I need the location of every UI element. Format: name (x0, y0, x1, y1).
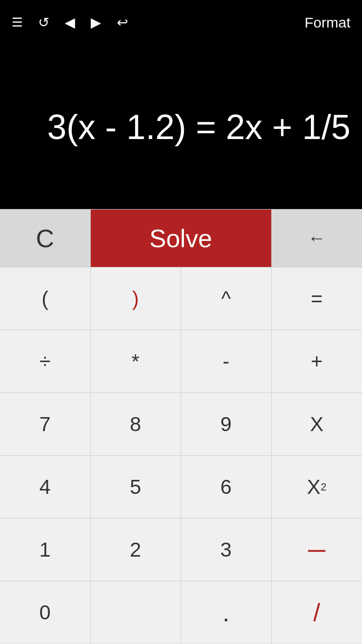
six-button[interactable]: 6 (181, 456, 272, 518)
toolbar: ☰ ↺ ◀ ▶ ↩ Format (0, 0, 362, 45)
eight-button[interactable]: 8 (91, 393, 181, 455)
backspace-button[interactable]: ← (272, 210, 362, 267)
row-789: 7 8 9 X (0, 392, 362, 455)
five-button[interactable]: 5 (91, 456, 181, 518)
row-0-dot-slash: 0 . / (0, 581, 362, 644)
solve-button[interactable]: Solve (91, 210, 272, 267)
keypad: C Solve ← ( ) ^ = ÷ * - + 7 8 9 X 4 5 6 … (0, 209, 362, 644)
minus-button[interactable]: - (181, 330, 272, 392)
underscore-button[interactable]: — (272, 518, 362, 581)
row-123: 1 2 3 — (0, 518, 362, 581)
equation-display: 3(x - 1.2) = 2x + 1/5 (47, 107, 350, 147)
plus-button[interactable]: + (272, 330, 362, 392)
display-area: 3(x - 1.2) = 2x + 1/5 (0, 45, 362, 209)
zero-button[interactable]: 0 (0, 581, 91, 644)
multiply-button[interactable]: * (91, 330, 181, 392)
equals-button[interactable]: = (272, 267, 362, 330)
slash-button[interactable]: / (272, 581, 362, 644)
format-button[interactable]: Format (305, 14, 350, 31)
dot-button[interactable]: . (181, 581, 272, 644)
menu-icon[interactable]: ☰ (12, 15, 23, 30)
parens-row: ( ) ^ = (0, 267, 362, 330)
clear-button[interactable]: C (0, 210, 91, 267)
two-button[interactable]: 2 (91, 518, 181, 581)
divide-button[interactable]: ÷ (0, 330, 91, 392)
x-button[interactable]: X (272, 393, 362, 455)
x-squared-button[interactable]: X2 (272, 456, 362, 518)
undo-icon[interactable]: ↩ (117, 14, 128, 30)
solve-row: C Solve ← (0, 209, 362, 267)
empty-button (91, 581, 181, 644)
back-icon[interactable]: ◀ (65, 14, 75, 30)
forward-icon[interactable]: ▶ (91, 14, 101, 30)
caret-button[interactable]: ^ (181, 267, 272, 330)
arithmetic-row: ÷ * - + (0, 330, 362, 392)
four-button[interactable]: 4 (0, 456, 91, 518)
reload-icon[interactable]: ↺ (38, 14, 49, 30)
three-button[interactable]: 3 (181, 518, 272, 581)
row-456: 4 5 6 X2 (0, 455, 362, 518)
toolbar-left: ☰ ↺ ◀ ▶ ↩ (12, 14, 128, 30)
close-paren-button[interactable]: ) (91, 267, 181, 330)
nine-button[interactable]: 9 (181, 393, 272, 455)
open-paren-button[interactable]: ( (0, 267, 91, 330)
seven-button[interactable]: 7 (0, 393, 91, 455)
one-button[interactable]: 1 (0, 518, 91, 581)
